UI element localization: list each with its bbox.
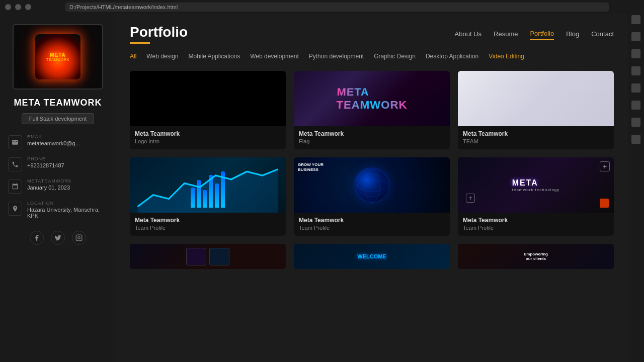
location-label: LOCATION <box>27 201 108 206</box>
portfolio-thumb-5: GROW YOURBUSINESS <box>294 157 450 213</box>
browser-back[interactable] <box>5 4 11 10</box>
org-label: METATEAMWORK <box>27 178 72 184</box>
filter-webdev[interactable]: Web development <box>250 52 299 61</box>
portfolio-item-title-2: Meta Teamwork <box>299 130 445 137</box>
browser-forward[interactable] <box>15 4 21 10</box>
sidebar-icon-4[interactable] <box>631 66 640 75</box>
portfolio-grid: Meta Teamwork Logo intro METATEAMWORK Me… <box>130 71 614 236</box>
location-icon <box>12 205 19 212</box>
left-panel: META TEAMWORK META TEAMWORK Full Stack d… <box>0 14 116 362</box>
svg-point-3 <box>356 169 389 202</box>
chart-svg <box>130 160 286 213</box>
org-value: January 01, 2023 <box>27 185 72 191</box>
filter-mobile[interactable]: Mobile Applications <box>189 52 240 61</box>
portfolio-item-2[interactable]: METATEAMWORK Meta Teamwork Flag <box>294 71 450 149</box>
portfolio-item-title-3: Meta Teamwork <box>463 130 609 137</box>
filter-desktop[interactable]: Desktop Application <box>426 52 478 61</box>
profile-badge: Full Stack development <box>22 113 94 124</box>
email-value: metateamwork0@g... <box>27 140 80 146</box>
filter-tabs: All Web design Mobile Applications Web d… <box>130 52 614 61</box>
org-info: METATEAMWORK January 01, 2023 <box>27 178 72 191</box>
portfolio-title: Portfolio <box>130 24 188 40</box>
sidebar-icon-5[interactable] <box>631 83 640 93</box>
sidebar-icon-7[interactable] <box>631 118 640 127</box>
org-row: METATEAMWORK January 01, 2023 <box>8 178 108 194</box>
nav-about[interactable]: About Us <box>455 28 481 40</box>
portfolio-thumb-8: WELCOME <box>294 244 450 269</box>
browser-chrome: D:/Projects/HTML/metateamwork/index.html <box>0 0 644 14</box>
plus-button-1[interactable]: + <box>600 161 610 171</box>
nav-contact[interactable]: Contact <box>591 28 614 40</box>
portfolio-info-3: Meta Teamwork TEAM <box>458 126 614 149</box>
social-row <box>30 231 86 245</box>
portfolio-item-5[interactable]: GROW YOURBUSINESS Meta Teamwork Team Pro… <box>294 157 450 236</box>
sidebar-icon-2[interactable] <box>631 32 640 41</box>
email-label: EMAIL <box>27 134 80 139</box>
filter-all[interactable]: All <box>130 52 136 61</box>
sidebar-icon-1[interactable] <box>631 15 640 24</box>
svg-point-5 <box>357 179 387 192</box>
mini-thumb-2 <box>209 248 229 265</box>
portfolio-thumb-2: METATEAMWORK <box>294 71 450 126</box>
sidebar-icon-6[interactable] <box>631 101 640 110</box>
portfolio-item-subtitle-2: Flag <box>299 138 445 144</box>
email-info: EMAIL metateamwork0@g... <box>27 134 80 146</box>
filter-webdesign[interactable]: Web design <box>146 52 178 61</box>
portfolio-item-1[interactable]: Meta Teamwork Logo intro <box>130 71 286 149</box>
facebook-icon[interactable] <box>30 231 44 245</box>
portfolio-item-title-6: Meta Teamwork <box>463 217 609 224</box>
nav-portfolio[interactable]: Portfolio <box>530 28 554 40</box>
sidebar-icon-3[interactable] <box>631 49 640 58</box>
meta-tech-title: META <box>512 178 560 188</box>
globe-text: GROW YOURBUSINESS <box>298 162 324 173</box>
mini-thumb-1 <box>186 248 206 265</box>
portfolio-item-8[interactable]: WELCOME <box>294 244 450 269</box>
right-content: Portfolio About Us Resume Portfolio Blog… <box>116 14 628 362</box>
location-value: Hazara University, Mansehra, KPK <box>27 207 108 219</box>
phone-value: +92312871487 <box>27 162 64 168</box>
location-info: LOCATION Hazara University, Mansehra, KP… <box>27 201 108 219</box>
meta-tech-content: META teamwork technology <box>512 178 560 192</box>
portfolio-item-3[interactable]: Meta Teamwork TEAM <box>458 71 614 149</box>
twitter-icon[interactable] <box>51 231 65 245</box>
right-sidebar <box>628 0 644 362</box>
plus-button-2[interactable]: + <box>466 194 475 203</box>
globe-circle <box>354 167 389 203</box>
portfolio-item-subtitle-1: Logo intro <box>135 138 281 144</box>
filter-video[interactable]: Video Editing <box>489 52 524 61</box>
logo-teamwork-text: TEAMWORK <box>46 58 69 61</box>
portfolio-info-4: Meta Teamwork Team Profile <box>130 213 286 236</box>
phone-row: PHONE +92312871487 <box>8 156 108 171</box>
phone-info: PHONE +92312871487 <box>27 156 64 168</box>
instagram-icon[interactable] <box>72 231 86 245</box>
filter-graphic[interactable]: Graphic Design <box>374 52 416 61</box>
nav-links: About Us Resume Portfolio Blog Contact <box>455 28 614 40</box>
bottom-portfolio-grid: WELCOME Empoweringour clients <box>130 244 614 269</box>
portfolio-header: Portfolio <box>130 24 188 44</box>
portfolio-item-4[interactable]: Meta Teamwork Team Profile <box>130 157 286 236</box>
portfolio-item-title-1: Meta Teamwork <box>135 130 281 137</box>
profile-logo: META TEAMWORK <box>35 34 80 79</box>
globe-lines-svg <box>355 168 389 203</box>
svg-marker-2 <box>138 169 278 213</box>
main-wrapper: META TEAMWORK META TEAMWORK Full Stack d… <box>0 14 628 362</box>
nav-blog[interactable]: Blog <box>566 28 579 40</box>
nav-resume[interactable]: Resume <box>494 28 518 40</box>
location-row: LOCATION Hazara University, Mansehra, KP… <box>8 201 108 219</box>
metaflag-text: METATEAMWORK <box>336 86 408 112</box>
browser-refresh[interactable] <box>25 4 31 10</box>
sidebar-icon-8[interactable] <box>631 135 640 144</box>
portfolio-thumb-4 <box>130 157 286 213</box>
portfolio-thumb-3 <box>458 71 614 126</box>
portfolio-item-title-4: Meta Teamwork <box>135 217 281 224</box>
location-icon-container <box>8 202 22 216</box>
portfolio-item-6[interactable]: + META teamwork technology + Meta Teamwo… <box>458 157 614 236</box>
profile-info: EMAIL metateamwork0@g... PHONE +92312871… <box>8 134 108 219</box>
url-bar[interactable]: D:/Projects/HTML/metateamwork/index.html <box>65 3 609 12</box>
phone-icon <box>12 161 19 168</box>
portfolio-thumb-9: Empoweringour clients <box>458 244 614 269</box>
portfolio-item-7[interactable] <box>130 244 286 269</box>
filter-python[interactable]: Python development <box>309 52 364 61</box>
welcome-text: WELCOME <box>357 253 386 259</box>
portfolio-item-9[interactable]: Empoweringour clients <box>458 244 614 269</box>
